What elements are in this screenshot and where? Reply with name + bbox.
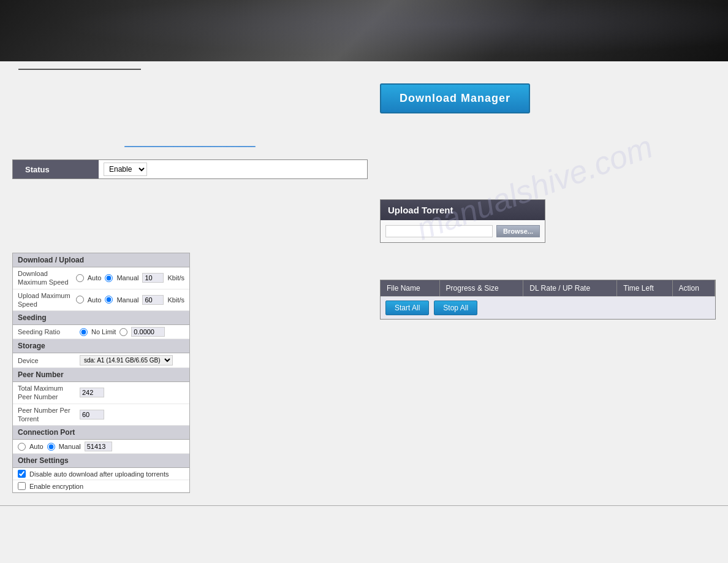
download-manual-label: Manual	[116, 274, 138, 282]
seeding-ratio-radio[interactable]	[119, 328, 127, 336]
upload-manual-label: Manual	[116, 296, 138, 304]
upload-manual-radio[interactable]	[105, 296, 113, 304]
upload-auto-radio[interactable]	[76, 296, 84, 304]
other-setting1-row: Disable auto download after uploading to…	[13, 468, 189, 480]
upload-speed-input[interactable]	[142, 295, 164, 305]
top-divider	[18, 69, 141, 70]
section-connection: Connection Port	[13, 426, 189, 440]
enable-encryption-label: Enable encryption	[29, 483, 83, 490]
status-select[interactable]: Enable Disable	[104, 163, 147, 176]
download-manager-button[interactable]: Download Manager	[380, 83, 530, 113]
col-file-name: File Name	[381, 280, 439, 296]
stop-all-button[interactable]: Stop All	[434, 301, 477, 315]
download-table-container: File Name Progress & Size DL Rate / UP R…	[380, 280, 716, 320]
browse-button[interactable]: Browse...	[496, 225, 540, 237]
upload-torrent-body: Browse...	[381, 220, 545, 242]
section-peer: Peer Number	[13, 368, 189, 382]
device-label: Device	[18, 356, 76, 365]
connection-auto-radio[interactable]	[18, 443, 26, 451]
section-seeding: Seeding	[13, 311, 189, 325]
settings-panel: Download / Upload Download Maximum Speed…	[12, 253, 190, 493]
upload-auto-label: Auto	[88, 296, 102, 304]
other-setting2-row: Enable encryption	[13, 480, 189, 492]
download-table-actions: Start All Stop All	[381, 296, 715, 319]
upload-torrent-title: Upload Torrent	[381, 200, 545, 220]
total-peer-label: Total Maximum Peer Number	[18, 384, 76, 402]
col-dl-up-rate: DL Rate / UP Rate	[523, 280, 617, 296]
section-other: Other Settings	[13, 454, 189, 468]
download-manual-radio[interactable]	[105, 274, 113, 282]
seeding-ratio-input[interactable]	[131, 327, 165, 337]
left-panel: ________________________________ Status …	[12, 77, 368, 493]
connection-manual-radio[interactable]	[47, 443, 55, 451]
download-unit: Kbit/s	[167, 274, 184, 282]
connection-port-input[interactable]	[85, 442, 112, 451]
seeding-ratio-label: Seeding Ratio	[18, 327, 76, 336]
download-max-speed-row: Download Maximum Speed Auto Manual Kbit/…	[13, 267, 189, 289]
download-speed-input[interactable]	[142, 273, 164, 283]
connection-port-row: Auto Manual	[13, 440, 189, 454]
right-panel: Download Manager manualshive.com Upload …	[380, 77, 716, 493]
seeding-nolimit-radio[interactable]	[80, 328, 88, 336]
disable-auto-download-checkbox[interactable]	[18, 470, 26, 478]
connection-auto-label: Auto	[29, 443, 44, 450]
header-banner	[0, 0, 728, 61]
total-peer-input[interactable]	[80, 388, 104, 397]
col-progress-size: Progress & Size	[439, 280, 523, 296]
status-label: Status	[13, 161, 99, 178]
upload-torrent-box: Upload Torrent Browse...	[380, 199, 545, 243]
device-row: Device sda: A1 (14.91 GB/6.65 GB)	[13, 353, 189, 368]
table-header-row: File Name Progress & Size DL Rate / UP R…	[381, 280, 715, 296]
status-row: Status Enable Disable	[12, 159, 368, 179]
section-download-upload: Download / Upload	[13, 253, 189, 267]
col-action: Action	[672, 280, 715, 296]
total-peer-row: Total Maximum Peer Number	[13, 382, 189, 404]
upload-max-speed-label: Upload Maximum Speed	[18, 291, 72, 309]
seeding-nolimit-label: No Limit	[91, 328, 116, 335]
config-link[interactable]: ________________________________	[124, 139, 256, 147]
download-max-speed-label: Download Maximum Speed	[18, 269, 72, 287]
peer-per-torrent-input[interactable]	[80, 410, 104, 419]
connection-manual-label: Manual	[59, 443, 81, 450]
download-table: File Name Progress & Size DL Rate / UP R…	[381, 280, 715, 296]
peer-per-torrent-label: Peer Number Per Torrent	[18, 406, 76, 424]
right-section: Download Manager manualshive.com Upload …	[380, 77, 716, 320]
col-time-left: Time Left	[617, 280, 672, 296]
disable-auto-download-label: Disable auto download after uploading to…	[29, 470, 169, 478]
bottom-divider	[0, 505, 728, 506]
download-auto-label: Auto	[88, 274, 102, 282]
download-auto-radio[interactable]	[76, 274, 84, 282]
enable-encryption-checkbox[interactable]	[18, 482, 26, 490]
status-select-wrapper: Enable Disable	[99, 160, 367, 178]
section-storage: Storage	[13, 339, 189, 353]
upload-max-speed-row: Upload Maximum Speed Auto Manual Kbit/s	[13, 289, 189, 312]
link-area: ________________________________	[12, 139, 368, 147]
peer-per-torrent-row: Peer Number Per Torrent	[13, 404, 189, 426]
seeding-ratio-row: Seeding Ratio No Limit	[13, 325, 189, 339]
device-select[interactable]: sda: A1 (14.91 GB/6.65 GB)	[80, 355, 173, 366]
upload-torrent-file-input[interactable]	[385, 225, 493, 237]
start-all-button[interactable]: Start All	[385, 301, 429, 315]
main-content: ________________________________ Status …	[0, 77, 728, 493]
upload-unit: Kbit/s	[167, 296, 184, 304]
